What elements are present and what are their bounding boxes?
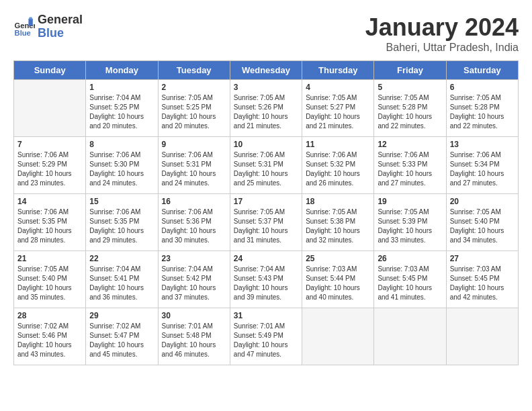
day-info: Sunrise: 7:01 AM Sunset: 5:48 PM Dayligh… (162, 322, 226, 359)
day-header-saturday: Saturday (446, 61, 518, 80)
calendar-cell: 7Sunrise: 7:06 AM Sunset: 5:29 PM Daylig… (14, 137, 86, 194)
day-info: Sunrise: 7:05 AM Sunset: 5:40 PM Dayligh… (17, 265, 82, 302)
calendar-cell: 20Sunrise: 7:05 AM Sunset: 5:40 PM Dayli… (446, 194, 518, 251)
calendar-cell: 17Sunrise: 7:05 AM Sunset: 5:37 PM Dayli… (230, 194, 302, 251)
calendar-cell: 9Sunrise: 7:06 AM Sunset: 5:31 PM Daylig… (158, 137, 230, 194)
day-info: Sunrise: 7:05 AM Sunset: 5:28 PM Dayligh… (450, 93, 515, 131)
day-header-sunday: Sunday (14, 61, 86, 80)
day-number: 30 (162, 311, 226, 320)
day-info: Sunrise: 7:05 AM Sunset: 5:37 PM Dayligh… (234, 208, 298, 245)
day-number: 12 (378, 140, 442, 149)
calendar-cell: 14Sunrise: 7:06 AM Sunset: 5:35 PM Dayli… (14, 194, 86, 251)
day-number: 4 (306, 83, 370, 92)
week-row-4: 28Sunrise: 7:02 AM Sunset: 5:46 PM Dayli… (14, 308, 519, 365)
calendar-cell: 6Sunrise: 7:05 AM Sunset: 5:28 PM Daylig… (446, 80, 518, 137)
day-header-tuesday: Tuesday (158, 61, 230, 80)
day-info: Sunrise: 7:06 AM Sunset: 5:30 PM Dayligh… (89, 150, 154, 188)
calendar-table: SundayMondayTuesdayWednesdayThursdayFrid… (13, 60, 519, 365)
calendar-cell: 30Sunrise: 7:01 AM Sunset: 5:48 PM Dayli… (158, 308, 230, 365)
day-info: Sunrise: 7:06 AM Sunset: 5:36 PM Dayligh… (162, 208, 226, 245)
day-info: Sunrise: 7:05 AM Sunset: 5:28 PM Dayligh… (378, 93, 442, 131)
day-number: 16 (162, 197, 226, 206)
day-number: 7 (17, 140, 82, 149)
day-info: Sunrise: 7:06 AM Sunset: 5:31 PM Dayligh… (234, 150, 298, 188)
week-row-0: 1Sunrise: 7:04 AM Sunset: 5:25 PM Daylig… (14, 80, 519, 137)
calendar-cell: 16Sunrise: 7:06 AM Sunset: 5:36 PM Dayli… (158, 194, 230, 251)
day-info: Sunrise: 7:03 AM Sunset: 5:45 PM Dayligh… (378, 265, 442, 302)
calendar-cell: 15Sunrise: 7:06 AM Sunset: 5:35 PM Dayli… (86, 194, 158, 251)
calendar-cell: 5Sunrise: 7:05 AM Sunset: 5:28 PM Daylig… (374, 80, 446, 137)
day-number: 1 (89, 83, 154, 92)
header-row: SundayMondayTuesdayWednesdayThursdayFrid… (14, 61, 519, 80)
week-row-1: 7Sunrise: 7:06 AM Sunset: 5:29 PM Daylig… (14, 137, 519, 194)
day-number: 9 (162, 140, 226, 149)
day-info: Sunrise: 7:05 AM Sunset: 5:27 PM Dayligh… (306, 93, 370, 131)
calendar-cell: 18Sunrise: 7:05 AM Sunset: 5:38 PM Dayli… (302, 194, 374, 251)
day-header-monday: Monday (86, 61, 158, 80)
day-info: Sunrise: 7:06 AM Sunset: 5:33 PM Dayligh… (378, 150, 442, 188)
calendar-cell: 24Sunrise: 7:04 AM Sunset: 5:43 PM Dayli… (230, 251, 302, 308)
day-info: Sunrise: 7:01 AM Sunset: 5:49 PM Dayligh… (234, 322, 298, 359)
day-info: Sunrise: 7:05 AM Sunset: 5:39 PM Dayligh… (378, 208, 442, 245)
day-number: 6 (450, 83, 515, 92)
day-number: 17 (234, 197, 298, 206)
day-header-friday: Friday (374, 61, 446, 80)
day-info: Sunrise: 7:06 AM Sunset: 5:35 PM Dayligh… (89, 208, 154, 245)
svg-marker-2 (28, 19, 32, 26)
day-number: 14 (17, 197, 82, 206)
day-number: 31 (234, 311, 298, 320)
svg-marker-3 (28, 17, 32, 19)
calendar-cell: 22Sunrise: 7:04 AM Sunset: 5:41 PM Dayli… (86, 251, 158, 308)
day-info: Sunrise: 7:05 AM Sunset: 5:38 PM Dayligh… (306, 208, 370, 245)
title-area: January 2024 Baheri, Uttar Pradesh, Indi… (365, 13, 519, 54)
calendar-cell: 3Sunrise: 7:05 AM Sunset: 5:26 PM Daylig… (230, 80, 302, 137)
day-info: Sunrise: 7:04 AM Sunset: 5:42 PM Dayligh… (162, 265, 226, 302)
day-info: Sunrise: 7:02 AM Sunset: 5:46 PM Dayligh… (17, 322, 82, 359)
day-number: 18 (306, 197, 370, 206)
calendar-cell: 26Sunrise: 7:03 AM Sunset: 5:45 PM Dayli… (374, 251, 446, 308)
day-number: 26 (378, 254, 442, 263)
day-number: 13 (450, 140, 515, 149)
calendar-cell: 13Sunrise: 7:06 AM Sunset: 5:34 PM Dayli… (446, 137, 518, 194)
day-info: Sunrise: 7:06 AM Sunset: 5:31 PM Dayligh… (162, 150, 226, 188)
logo: General Blue General Blue (13, 13, 83, 40)
calendar-cell: 8Sunrise: 7:06 AM Sunset: 5:30 PM Daylig… (86, 137, 158, 194)
day-number: 3 (234, 83, 298, 92)
day-info: Sunrise: 7:04 AM Sunset: 5:43 PM Dayligh… (234, 265, 298, 302)
day-info: Sunrise: 7:06 AM Sunset: 5:35 PM Dayligh… (17, 208, 82, 245)
day-number: 22 (89, 254, 154, 263)
calendar-cell: 1Sunrise: 7:04 AM Sunset: 5:25 PM Daylig… (86, 80, 158, 137)
day-info: Sunrise: 7:05 AM Sunset: 5:40 PM Dayligh… (450, 208, 515, 245)
calendar-cell: 2Sunrise: 7:05 AM Sunset: 5:25 PM Daylig… (158, 80, 230, 137)
day-info: Sunrise: 7:06 AM Sunset: 5:29 PM Dayligh… (17, 150, 82, 188)
calendar-cell (374, 308, 446, 365)
calendar-cell: 27Sunrise: 7:03 AM Sunset: 5:45 PM Dayli… (446, 251, 518, 308)
calendar-cell: 12Sunrise: 7:06 AM Sunset: 5:33 PM Dayli… (374, 137, 446, 194)
day-number: 19 (378, 197, 442, 206)
day-number: 15 (89, 197, 154, 206)
week-row-3: 21Sunrise: 7:05 AM Sunset: 5:40 PM Dayli… (14, 251, 519, 308)
calendar-cell: 21Sunrise: 7:05 AM Sunset: 5:40 PM Dayli… (14, 251, 86, 308)
day-info: Sunrise: 7:02 AM Sunset: 5:47 PM Dayligh… (89, 322, 154, 359)
day-number: 24 (234, 254, 298, 263)
day-info: Sunrise: 7:04 AM Sunset: 5:25 PM Dayligh… (89, 93, 154, 131)
day-info: Sunrise: 7:05 AM Sunset: 5:26 PM Dayligh… (234, 93, 298, 131)
day-number: 8 (89, 140, 154, 149)
day-number: 11 (306, 140, 370, 149)
header: General Blue General Blue January 2024 B… (13, 13, 519, 54)
day-header-wednesday: Wednesday (230, 61, 302, 80)
day-info: Sunrise: 7:06 AM Sunset: 5:32 PM Dayligh… (306, 150, 370, 188)
logo-icon: General Blue (13, 16, 35, 38)
day-info: Sunrise: 7:04 AM Sunset: 5:41 PM Dayligh… (89, 265, 154, 302)
day-header-thursday: Thursday (302, 61, 374, 80)
day-number: 27 (450, 254, 515, 263)
calendar-cell: 11Sunrise: 7:06 AM Sunset: 5:32 PM Dayli… (302, 137, 374, 194)
logo-text: General Blue (38, 13, 83, 40)
calendar-cell: 4Sunrise: 7:05 AM Sunset: 5:27 PM Daylig… (302, 80, 374, 137)
day-number: 23 (162, 254, 226, 263)
calendar-cell: 28Sunrise: 7:02 AM Sunset: 5:46 PM Dayli… (14, 308, 86, 365)
calendar-cell: 25Sunrise: 7:03 AM Sunset: 5:44 PM Dayli… (302, 251, 374, 308)
calendar-cell (302, 308, 374, 365)
day-info: Sunrise: 7:06 AM Sunset: 5:34 PM Dayligh… (450, 150, 515, 188)
day-number: 5 (378, 83, 442, 92)
